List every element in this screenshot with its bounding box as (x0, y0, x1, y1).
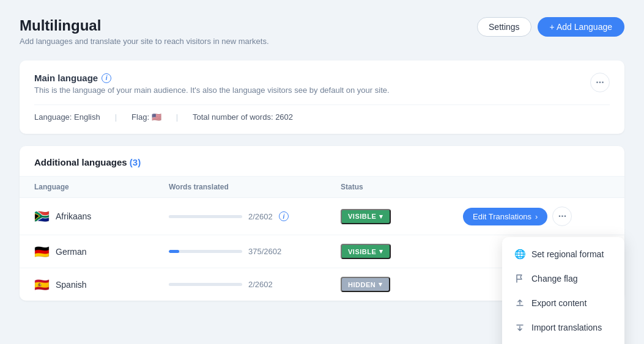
table-row: 🇿🇦 Afrikaans 2/2602 i VISIBLE ▾ Edit Tra… (20, 198, 624, 235)
add-language-button[interactable]: + Add Language (538, 17, 624, 37)
page-header: Multilingual Add languages and translate… (20, 17, 624, 46)
language-cell-spanish: 🇪🇸 Spanish (34, 279, 169, 291)
language-cell-german: 🇩🇪 German (34, 246, 169, 258)
dropdown-change-flag[interactable]: Change flag (502, 266, 624, 291)
dropdown-import-translations[interactable]: Import translations (502, 315, 624, 340)
divider-2: | (176, 112, 178, 122)
dropdown-export-content[interactable]: Export content (502, 291, 624, 315)
words-text-spanish: 2/2602 (248, 280, 273, 289)
status-badge-german[interactable]: VISIBLE ▾ (341, 244, 391, 259)
additional-languages-card: Additional languages (3) Language Words … (20, 146, 624, 301)
words-text-afrikaans: 2/2602 (248, 212, 273, 221)
globe-icon: 🌐 (514, 249, 525, 260)
dropdown-menu: 🌐 Set regional format Change flag (502, 237, 624, 344)
main-language-title: Main language i (34, 73, 390, 83)
chevron-down-icon: ▾ (379, 247, 383, 255)
flag-icon (514, 273, 525, 284)
words-text-german: 375/2602 (248, 247, 281, 256)
arrow-right-icon: › (535, 212, 538, 221)
col-words: Words translated (169, 183, 341, 191)
flag-german: 🇩🇪 (34, 246, 50, 258)
words-cell-spanish: 2/2602 (169, 280, 341, 289)
words-cell-afrikaans: 2/2602 i (169, 211, 341, 221)
additional-languages-count: (3) (130, 157, 141, 167)
edit-translations-button-afrikaans[interactable]: Edit Translations › (463, 208, 547, 225)
settings-button[interactable]: Settings (477, 17, 531, 37)
status-cell-afrikaans: VISIBLE ▾ (341, 209, 463, 224)
divider-1: | (115, 112, 117, 122)
chevron-down-icon: ▾ (379, 213, 383, 221)
additional-languages-title: Additional languages (3) (34, 157, 141, 167)
flag-spanish: 🇪🇸 (34, 279, 50, 291)
lang-name-afrikaans: Afrikaans (56, 211, 91, 221)
progress-bar-bg-spanish (169, 283, 242, 286)
progress-bar-bg-german (169, 250, 242, 253)
progress-bar-fill-german (169, 250, 179, 253)
main-language-description: This is the language of your main audien… (34, 86, 390, 95)
col-actions (463, 183, 585, 191)
main-language-menu-button[interactable]: ··· (590, 73, 610, 92)
main-language-header: Main language i This is the language of … (34, 73, 610, 104)
dropdown-delete-language[interactable]: Delete language (502, 340, 624, 344)
export-icon (514, 298, 525, 309)
status-cell-spanish: HIDDEN ▾ (341, 277, 463, 292)
main-language-details: Language: English | Flag: 🇺🇸 | Total num… (34, 104, 610, 122)
words-cell-german: 375/2602 (169, 247, 341, 256)
flag-label: Flag: 🇺🇸 (131, 112, 161, 122)
page-subtitle: Add languages and translate your site to… (20, 37, 269, 46)
main-language-card: Main language i This is the language of … (20, 60, 624, 134)
table-header: Language Words translated Status (20, 177, 624, 198)
lang-name-spanish: Spanish (56, 280, 87, 290)
language-label: Language: English (34, 112, 100, 122)
status-cell-german: VISIBLE ▾ (341, 244, 463, 259)
status-badge-spanish[interactable]: HIDDEN ▾ (341, 277, 390, 292)
header-buttons: Settings + Add Language (477, 17, 624, 37)
additional-languages-header: Additional languages (3) (20, 146, 624, 177)
language-cell-afrikaans: 🇿🇦 Afrikaans (34, 210, 169, 222)
col-menu (585, 183, 610, 191)
actions-cell-afrikaans: Edit Translations › ··· (463, 207, 585, 226)
progress-bar-bg-afrikaans (169, 215, 242, 218)
page-title: Multilingual (20, 17, 269, 34)
status-badge-afrikaans[interactable]: VISIBLE ▾ (341, 209, 391, 224)
total-words-label: Total number of words: 2602 (193, 112, 293, 122)
col-language: Language (34, 183, 169, 191)
lang-name-german: German (56, 247, 87, 257)
main-language-info-icon[interactable]: i (102, 73, 111, 83)
col-status: Status (341, 183, 463, 191)
chevron-down-icon: ▾ (379, 280, 383, 288)
import-icon (514, 322, 525, 333)
header-left: Multilingual Add languages and translate… (20, 17, 269, 46)
flag-afrikaans: 🇿🇦 (34, 210, 50, 222)
words-info-icon-afrikaans[interactable]: i (279, 211, 289, 221)
main-language-info: Main language i This is the language of … (34, 73, 390, 104)
dropdown-set-regional-format[interactable]: 🌐 Set regional format (502, 242, 624, 266)
row-menu-button-afrikaans[interactable]: ··· (552, 207, 572, 226)
